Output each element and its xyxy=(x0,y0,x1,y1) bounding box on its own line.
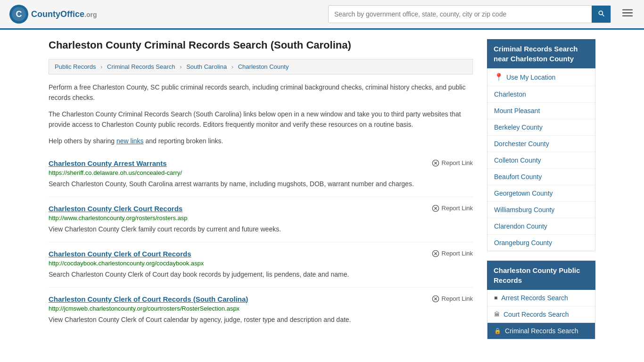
sidebar-item-dorchester-county[interactable]: Dorchester County xyxy=(487,136,595,152)
record-desc: Search Charleston County Clerk of Court … xyxy=(49,270,473,280)
report-icon xyxy=(432,250,439,257)
sidebar-item-beaufort-county[interactable]: Beaufort County xyxy=(487,169,595,185)
criminal-records-label: Criminal Records Search xyxy=(505,327,578,335)
criminal-records-icon: 🔒 xyxy=(494,328,501,334)
record-url: http://www.charlestoncounty.org/rosters/… xyxy=(49,214,473,222)
description-para2: The Charleston County Criminal Records S… xyxy=(49,109,473,130)
record-title[interactable]: Charleston County Clerk Court Records xyxy=(49,205,182,213)
sidebar-criminal-section: Criminal Records Search near Charleston … xyxy=(487,39,595,251)
record-url: https://sheriff.co.delaware.oh.us/concea… xyxy=(49,169,473,176)
sidebar-criminal-list: 📍 Use My Location Charleston Mount Pleas… xyxy=(487,68,595,251)
sidebar-item-orangeburg-county[interactable]: Orangeburg County xyxy=(487,235,595,251)
sidebar-item-charleston[interactable]: Charleston xyxy=(487,86,595,103)
breadcrumb: Public Records › Criminal Records Search… xyxy=(49,59,473,74)
report-link-label: Report Link xyxy=(442,250,473,257)
sidebar-public-records-list: ■ Arrest Records Search 🏛 Court Records … xyxy=(487,290,595,339)
record-url: http://jcmsweb.charlestoncounty.org/cour… xyxy=(49,305,473,312)
record-item: Charleston County Arrest Warrants Report… xyxy=(49,152,473,197)
report-icon xyxy=(432,295,439,303)
search-input[interactable] xyxy=(329,7,592,22)
sidebar-item-williamsburg-county[interactable]: Williamsburg County xyxy=(487,202,595,218)
menu-button[interactable] xyxy=(620,6,635,23)
record-desc: View Charleston County Clerk of Court ca… xyxy=(49,315,473,325)
record-desc: View Charleston County Clerk family cour… xyxy=(49,224,473,234)
page-title: Charleston County Criminal Records Searc… xyxy=(49,39,473,51)
sidebar-criminal-records[interactable]: 🔒 Criminal Records Search xyxy=(487,323,595,339)
search-icon xyxy=(597,9,605,17)
record-title[interactable]: Charleston County Clerk of Court Records… xyxy=(49,295,248,303)
location-icon: 📍 xyxy=(494,73,504,82)
svg-rect-5 xyxy=(622,16,633,16)
sidebar-item-clarendon-county[interactable]: Clarendon County xyxy=(487,218,595,235)
logo-text: CountyOffice.org xyxy=(31,9,97,19)
sidebar-item-colleton-county[interactable]: Colleton County xyxy=(487,152,595,169)
record-item: Charleston County Clerk of Court Records… xyxy=(49,242,473,288)
sidebar: Criminal Records Search near Charleston … xyxy=(487,39,595,349)
arrest-records-icon: ■ xyxy=(494,295,497,301)
sidebar-public-records-section: Charleston County Public Records ■ Arres… xyxy=(487,261,595,339)
record-url: http://cocdaybook.charlestoncounty.org/c… xyxy=(49,260,473,267)
search-bar xyxy=(328,5,611,23)
report-link-1[interactable]: Report Link xyxy=(432,205,473,212)
record-item: Charleston County Clerk of Court Records… xyxy=(49,288,473,332)
description-para3: Help others by sharing new links and rep… xyxy=(49,136,473,146)
breadcrumb-charleston-county[interactable]: Charleston County xyxy=(238,63,289,70)
report-link-label: Report Link xyxy=(442,159,473,166)
hamburger-icon xyxy=(622,8,633,18)
records-list: Charleston County Arrest Warrants Report… xyxy=(49,152,473,332)
record-title[interactable]: Charleston County Clerk of Court Records xyxy=(49,250,191,258)
report-link-0[interactable]: Report Link xyxy=(432,159,473,167)
breadcrumb-sep-2: › xyxy=(180,63,182,70)
breadcrumb-public-records[interactable]: Public Records xyxy=(55,63,96,70)
record-title[interactable]: Charleston County Arrest Warrants xyxy=(49,159,167,167)
report-icon xyxy=(432,205,439,212)
report-link-label: Report Link xyxy=(442,205,473,212)
report-link-3[interactable]: Report Link xyxy=(432,295,473,303)
description-para1: Perform a free Charleston County, SC pub… xyxy=(49,82,473,103)
sidebar-court-records[interactable]: 🏛 Court Records Search xyxy=(487,306,595,323)
breadcrumb-sep-3: › xyxy=(231,63,233,70)
sidebar-item-georgetown-county[interactable]: Georgetown County xyxy=(487,185,595,202)
report-icon xyxy=(432,159,439,167)
sidebar-item-mount-pleasant[interactable]: Mount Pleasant xyxy=(487,103,595,119)
record-item: Charleston County Clerk Court Records Re… xyxy=(49,197,473,242)
breadcrumb-criminal-records-search[interactable]: Criminal Records Search xyxy=(107,63,175,70)
report-link-label: Report Link xyxy=(442,295,473,302)
use-my-location-link[interactable]: Use My Location xyxy=(506,74,555,81)
logo[interactable]: C CountyOffice.org xyxy=(9,5,97,24)
svg-rect-4 xyxy=(622,12,633,13)
svg-rect-3 xyxy=(622,9,633,10)
breadcrumb-south-carolina[interactable]: South Carolina xyxy=(186,63,227,70)
sidebar-arrest-records[interactable]: ■ Arrest Records Search xyxy=(487,290,595,306)
sidebar-use-my-location[interactable]: 📍 Use My Location xyxy=(487,68,595,86)
new-links-link[interactable]: new links xyxy=(116,137,144,145)
logo-icon: C xyxy=(9,5,28,24)
report-link-2[interactable]: Report Link xyxy=(432,250,473,257)
search-button[interactable] xyxy=(592,6,611,23)
breadcrumb-sep-1: › xyxy=(100,63,102,70)
sidebar-public-records-header: Charleston County Public Records xyxy=(487,261,595,290)
sidebar-item-berkeley-county[interactable]: Berkeley County xyxy=(487,119,595,136)
court-records-icon: 🏛 xyxy=(494,311,500,318)
record-desc: Search Charleston County, South Carolina… xyxy=(49,179,473,189)
sidebar-criminal-header: Criminal Records Search near Charleston … xyxy=(487,39,595,68)
svg-text:C: C xyxy=(16,9,22,19)
